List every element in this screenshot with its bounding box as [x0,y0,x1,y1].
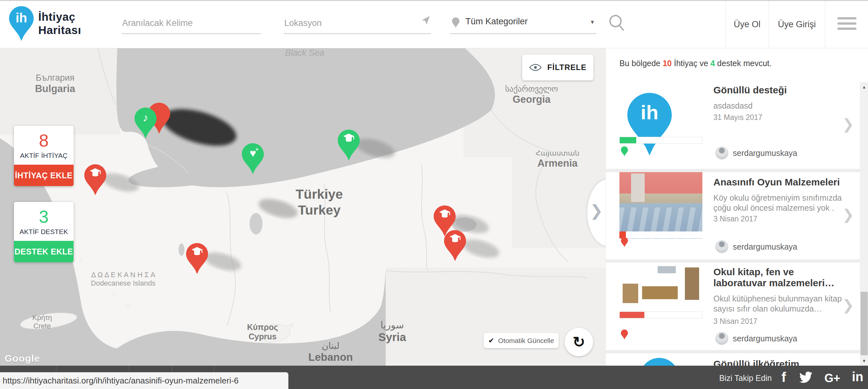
logo-text: ih [8,11,34,25]
graduation-cap-icon [443,233,467,247]
active-needs-label: AKTİF İHTİYAÇ [14,152,73,159]
progress-bar [619,232,702,238]
sidebar-scrollbar[interactable]: ▲ ▼ [860,82,868,366]
map-label-georgia: საქართველო Georgia [489,84,574,106]
add-support-button[interactable]: DESTEK EKLE [14,241,73,262]
item-date: 31 Mayıs 2017 [713,113,762,122]
graduation-cap-icon [337,133,361,147]
location-input[interactable] [284,12,432,34]
supports-count: 4 [711,59,715,68]
active-supports-count: 3 [14,207,73,226]
graduation-cap-icon [84,168,107,181]
signup-button[interactable]: Üye Ol [725,1,769,48]
item-chevron-icon[interactable]: ❯ [842,116,854,132]
facebook-icon[interactable]: f [777,369,790,385]
graduation-cap-icon [185,246,209,260]
progress-bar [619,137,702,144]
list-item[interactable]: Gönüllü ilköğretim [606,353,860,366]
map-label-armenia: Հայաստան Armenia [517,149,598,169]
google-plus-icon[interactable]: G+ [823,371,841,385]
header: ih İhtiyaç Haritası Tüm Kategoriler ▼ Üy… [0,0,868,48]
hamburger-icon [838,17,856,20]
list-item[interactable]: Anasınıfı Oyun Malzemeleri Köy okulu öğr… [606,172,860,259]
item-username[interactable]: serdargumuskaya [733,334,797,343]
map-label-dodecanese: Δ Ω Δ Ε Κ Α Ν Η Σ Α Dodecanese Islands [73,271,174,288]
status-url-text: https://ihtiyacharitasi.org/ih/ihtiyac/a… [0,376,239,386]
item-title[interactable]: Gönüllü ilköğretim [713,359,846,366]
auto-update-label: Otomatik Güncelle [498,337,554,345]
location-field [284,12,431,34]
item-chevron-icon[interactable]: ❯ [842,206,854,223]
list-item[interactable]: Okul kitap, fen ve laboratuvar malzemele… [606,263,860,350]
search-button[interactable] [607,13,627,33]
item-description: Okul kütüphenesi bulunmayan kitap sayısı… [713,294,843,314]
results-sidebar: Bu bölgede 10 İhtiyaç ve 4 destek mevcut… [606,47,868,366]
category-selected-value: Tüm Kategoriler [465,17,528,27]
app-logo[interactable]: ih [8,5,34,42]
item-date: 3 Nisan 2017 [713,317,757,326]
item-title[interactable]: Anasınıfı Oyun Malzemeleri [713,177,846,188]
brand-line2: Haritası [38,23,81,37]
avatar [715,332,728,345]
header-divider [825,1,825,48]
item-description: asdasdasd [713,101,843,111]
map-label-lebanon: لبنان Lebanon [300,340,362,363]
filter-button[interactable]: FİLTRELE [522,55,593,80]
progress-fill [620,137,636,143]
active-supports-label: AKTİF DESTEK [14,228,73,236]
chevron-down-icon: ▼ [590,19,595,26]
map-marker-need-education[interactable] [185,242,209,275]
plus-icon: + [255,147,258,152]
twitter-icon[interactable] [798,371,813,385]
results-list: ih Gönüllü desteği asdasdasd 31 Mayıs 20… [606,82,860,366]
locate-arrow-icon[interactable] [420,14,432,26]
scrollbar-thumb[interactable] [861,292,868,355]
refresh-icon: ↻ [573,333,585,351]
need-pin-icon [621,329,628,340]
default-ih-pin-image [640,358,679,366]
scroll-up-arrow-icon[interactable]: ▲ [860,82,868,92]
chevron-right-icon: ❯ [590,201,603,219]
progress-fill [620,312,644,318]
avatar [715,240,728,253]
music-note-icon: ♪ [134,111,157,124]
keyword-search-field [122,12,261,34]
avatar [715,147,728,159]
auto-update-toggle[interactable]: ✔ Otomatik Güncelle [484,333,559,348]
map-marker-support-health[interactable]: ♥ + [241,143,265,175]
map-canvas[interactable]: Black Sea България Bulgaria საქართველო G… [0,47,606,366]
menu-button[interactable] [838,17,856,32]
item-chevron-icon[interactable]: ❯ [842,297,854,313]
scroll-down-arrow-icon[interactable]: ▼ [860,356,868,366]
map-label-crete: Κρήτη Crete [23,313,62,330]
item-date: 3 Nisan 2017 [713,215,757,223]
brand-line1: İhtiyaç [38,10,81,23]
brand-title: İhtiyaç Haritası [38,10,81,37]
item-title[interactable]: Gönüllü desteği [713,85,846,96]
support-pin-icon [621,146,628,156]
item-username[interactable]: serdargumuskaya [733,148,797,158]
map-marker-need-education[interactable] [84,164,107,196]
map-marker-support-education[interactable] [337,129,361,161]
linkedin-icon[interactable]: in [850,369,865,384]
add-need-button[interactable]: İHTİYAÇ EKLE [14,165,73,186]
map-label-turkey: Türkiye Turkey [290,186,348,218]
list-item[interactable]: ih Gönüllü desteği asdasdasd 31 Mayıs 20… [606,82,860,169]
filter-label: FİLTRELE [548,63,587,72]
graduation-cap-icon [433,209,456,222]
need-pin-icon [621,237,628,247]
login-button[interactable]: Üye Girişi [769,1,825,48]
item-username[interactable]: serdargumuskaya [733,242,797,251]
item-title[interactable]: Okul kitap, fen ve laboratuvar malzemele… [713,266,846,289]
category-select[interactable]: Tüm Kategoriler ▼ [450,12,596,34]
active-needs-count: 8 [14,131,73,150]
keyword-search-input[interactable] [122,12,262,34]
refresh-button[interactable]: ↻ [565,328,593,356]
active-needs-card: 8 AKTİF İHTİYAÇ İHTİYAÇ EKLE [14,126,73,186]
map-marker-need-education[interactable] [443,230,467,262]
progress-bar [619,311,702,318]
map-marker-support-music[interactable]: ♪ [134,107,157,140]
active-supports-card: 3 AKTİF DESTEK DESTEK EKLE [14,202,73,262]
map-label-bulgaria: България Bulgaria [18,73,92,95]
region-summary: Bu bölgede 10 İhtiyaç ve 4 destek mevcut… [619,59,772,68]
